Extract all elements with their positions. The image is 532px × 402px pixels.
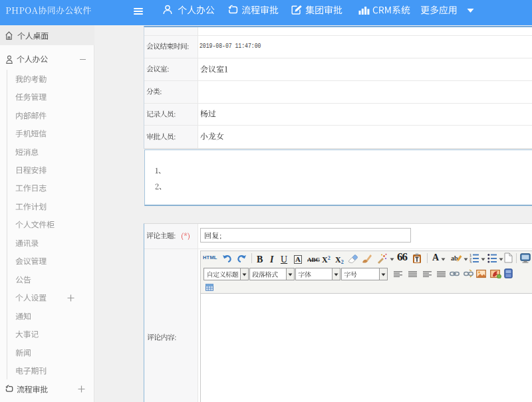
svg-text:3: 3: [469, 260, 471, 264]
